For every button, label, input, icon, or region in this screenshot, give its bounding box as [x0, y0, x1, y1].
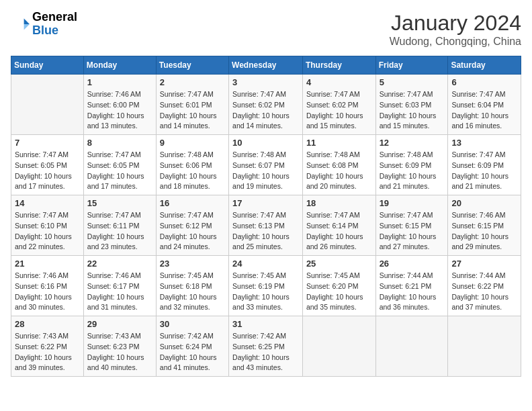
day-number: 10: [232, 138, 299, 148]
day-number: 16: [160, 198, 225, 208]
day-number: 4: [306, 77, 372, 87]
day-number: 30: [160, 319, 225, 329]
col-header-thursday: Thursday: [302, 56, 375, 75]
calendar-cell: 21Sunrise: 7:46 AM Sunset: 6:16 PM Dayli…: [11, 256, 84, 316]
col-header-wednesday: Wednesday: [229, 56, 303, 75]
day-info: Sunrise: 7:45 AM Sunset: 6:19 PM Dayligh…: [232, 271, 299, 313]
day-number: 22: [87, 259, 152, 269]
day-number: 6: [451, 77, 517, 87]
calendar-cell: 19Sunrise: 7:47 AM Sunset: 6:15 PM Dayli…: [375, 195, 448, 256]
calendar-cell: [302, 316, 375, 377]
day-info: Sunrise: 7:43 AM Sunset: 6:22 PM Dayligh…: [15, 331, 80, 373]
calendar-cell: 12Sunrise: 7:48 AM Sunset: 6:09 PM Dayli…: [375, 135, 448, 195]
day-info: Sunrise: 7:47 AM Sunset: 6:01 PM Dayligh…: [160, 89, 225, 132]
calendar-cell: 23Sunrise: 7:45 AM Sunset: 6:18 PM Dayli…: [156, 256, 228, 316]
logo-text: General Blue: [32, 11, 77, 38]
day-number: 7: [15, 138, 80, 148]
day-info: Sunrise: 7:48 AM Sunset: 6:07 PM Dayligh…: [232, 150, 299, 192]
svg-marker-0: [24, 18, 30, 24]
calendar-cell: 13Sunrise: 7:47 AM Sunset: 6:09 PM Dayli…: [448, 135, 521, 195]
calendar-cell: 5Sunrise: 7:47 AM Sunset: 6:03 PM Daylig…: [375, 75, 448, 135]
day-number: 21: [15, 259, 80, 269]
calendar-cell: [375, 316, 448, 377]
day-info: Sunrise: 7:47 AM Sunset: 6:15 PM Dayligh…: [380, 210, 445, 253]
location: Wudong, Chongqing, China: [390, 36, 521, 48]
day-info: Sunrise: 7:44 AM Sunset: 6:21 PM Dayligh…: [380, 271, 445, 313]
day-number: 15: [87, 198, 152, 208]
calendar-cell: 14Sunrise: 7:47 AM Sunset: 6:10 PM Dayli…: [11, 195, 84, 256]
day-info: Sunrise: 7:47 AM Sunset: 6:14 PM Dayligh…: [306, 210, 372, 253]
day-info: Sunrise: 7:46 AM Sunset: 6:16 PM Dayligh…: [15, 271, 80, 313]
day-info: Sunrise: 7:43 AM Sunset: 6:23 PM Dayligh…: [87, 331, 152, 373]
day-info: Sunrise: 7:45 AM Sunset: 6:18 PM Dayligh…: [160, 271, 225, 313]
col-header-sunday: Sunday: [11, 56, 84, 75]
day-info: Sunrise: 7:47 AM Sunset: 6:11 PM Dayligh…: [87, 210, 152, 253]
day-number: 26: [380, 259, 445, 269]
day-info: Sunrise: 7:47 AM Sunset: 6:10 PM Dayligh…: [15, 210, 80, 253]
day-number: 11: [306, 138, 372, 148]
page-header: General Blue January 2024 Wudong, Chongq…: [11, 11, 521, 48]
day-info: Sunrise: 7:47 AM Sunset: 6:03 PM Dayligh…: [380, 89, 445, 132]
col-header-monday: Monday: [83, 56, 156, 75]
day-number: 12: [380, 138, 445, 148]
calendar-cell: 31Sunrise: 7:42 AM Sunset: 6:25 PM Dayli…: [229, 316, 303, 377]
day-info: Sunrise: 7:47 AM Sunset: 6:04 PM Dayligh…: [451, 89, 517, 132]
day-number: 28: [15, 319, 80, 329]
calendar-cell: 29Sunrise: 7:43 AM Sunset: 6:23 PM Dayli…: [83, 316, 156, 377]
day-number: 29: [87, 319, 152, 329]
day-number: 9: [160, 138, 225, 148]
calendar-cell: 30Sunrise: 7:42 AM Sunset: 6:24 PM Dayli…: [156, 316, 228, 377]
day-info: Sunrise: 7:48 AM Sunset: 6:08 PM Dayligh…: [306, 150, 372, 192]
day-number: 5: [380, 77, 445, 87]
day-info: Sunrise: 7:46 AM Sunset: 6:17 PM Dayligh…: [87, 271, 152, 313]
day-info: Sunrise: 7:47 AM Sunset: 6:02 PM Dayligh…: [306, 89, 372, 132]
day-number: 31: [232, 319, 299, 329]
day-info: Sunrise: 7:47 AM Sunset: 6:09 PM Dayligh…: [451, 150, 517, 192]
calendar-week-row: 1Sunrise: 7:46 AM Sunset: 6:00 PM Daylig…: [11, 75, 521, 135]
calendar-cell: 15Sunrise: 7:47 AM Sunset: 6:11 PM Dayli…: [83, 195, 156, 256]
day-number: 14: [15, 198, 80, 208]
day-info: Sunrise: 7:48 AM Sunset: 6:09 PM Dayligh…: [380, 150, 445, 192]
day-number: 13: [451, 138, 517, 148]
day-number: 27: [451, 259, 517, 269]
calendar-cell: 3Sunrise: 7:47 AM Sunset: 6:02 PM Daylig…: [229, 75, 303, 135]
calendar-week-row: 14Sunrise: 7:47 AM Sunset: 6:10 PM Dayli…: [11, 195, 521, 256]
calendar-table: SundayMondayTuesdayWednesdayThursdayFrid…: [11, 56, 521, 377]
col-header-friday: Friday: [375, 56, 448, 75]
calendar-cell: 18Sunrise: 7:47 AM Sunset: 6:14 PM Dayli…: [302, 195, 375, 256]
day-info: Sunrise: 7:47 AM Sunset: 6:12 PM Dayligh…: [160, 210, 225, 253]
logo-icon: [11, 15, 30, 34]
day-info: Sunrise: 7:47 AM Sunset: 6:05 PM Dayligh…: [15, 150, 80, 192]
day-info: Sunrise: 7:42 AM Sunset: 6:25 PM Dayligh…: [232, 331, 299, 373]
calendar-cell: 22Sunrise: 7:46 AM Sunset: 6:17 PM Dayli…: [83, 256, 156, 316]
day-number: 24: [232, 259, 299, 269]
calendar-header-row: SundayMondayTuesdayWednesdayThursdayFrid…: [11, 56, 521, 75]
month-title: January 2024: [390, 11, 521, 36]
day-info: Sunrise: 7:47 AM Sunset: 6:05 PM Dayligh…: [87, 150, 152, 192]
calendar-cell: 6Sunrise: 7:47 AM Sunset: 6:04 PM Daylig…: [448, 75, 521, 135]
day-info: Sunrise: 7:47 AM Sunset: 6:02 PM Dayligh…: [232, 89, 299, 132]
logo: General Blue: [11, 11, 77, 38]
day-number: 23: [160, 259, 225, 269]
calendar-cell: 26Sunrise: 7:44 AM Sunset: 6:21 PM Dayli…: [375, 256, 448, 316]
calendar-cell: 1Sunrise: 7:46 AM Sunset: 6:00 PM Daylig…: [83, 75, 156, 135]
day-number: 2: [160, 77, 225, 87]
calendar-cell: 28Sunrise: 7:43 AM Sunset: 6:22 PM Dayli…: [11, 316, 84, 377]
calendar-cell: [448, 316, 521, 377]
svg-marker-1: [24, 24, 30, 30]
day-number: 1: [87, 77, 152, 87]
calendar-cell: 25Sunrise: 7:45 AM Sunset: 6:20 PM Dayli…: [302, 256, 375, 316]
day-number: 8: [87, 138, 152, 148]
calendar-week-row: 21Sunrise: 7:46 AM Sunset: 6:16 PM Dayli…: [11, 256, 521, 316]
calendar-cell: 10Sunrise: 7:48 AM Sunset: 6:07 PM Dayli…: [229, 135, 303, 195]
calendar-cell: 11Sunrise: 7:48 AM Sunset: 6:08 PM Dayli…: [302, 135, 375, 195]
day-info: Sunrise: 7:44 AM Sunset: 6:22 PM Dayligh…: [451, 271, 517, 313]
calendar-week-row: 7Sunrise: 7:47 AM Sunset: 6:05 PM Daylig…: [11, 135, 521, 195]
calendar-cell: 27Sunrise: 7:44 AM Sunset: 6:22 PM Dayli…: [448, 256, 521, 316]
day-number: 3: [232, 77, 299, 87]
calendar-cell: 20Sunrise: 7:46 AM Sunset: 6:15 PM Dayli…: [448, 195, 521, 256]
calendar-cell: 8Sunrise: 7:47 AM Sunset: 6:05 PM Daylig…: [83, 135, 156, 195]
col-header-tuesday: Tuesday: [156, 56, 228, 75]
calendar-cell: [11, 75, 84, 135]
day-info: Sunrise: 7:47 AM Sunset: 6:13 PM Dayligh…: [232, 210, 299, 253]
